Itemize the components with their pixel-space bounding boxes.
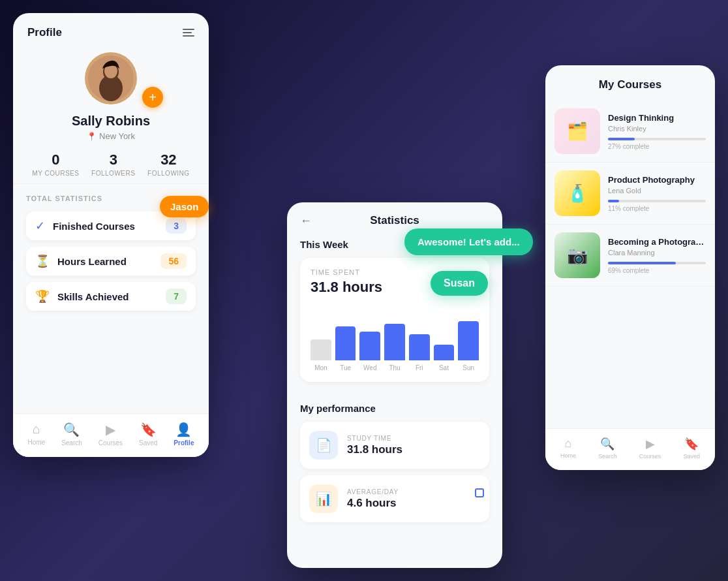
progress-fill <box>608 262 676 264</box>
hours-learned-row: ⏳ Hours Learned 56 <box>26 247 196 275</box>
finished-courses-badge: 3 <box>166 218 187 234</box>
cnav-home-label: Home <box>560 452 576 459</box>
bar-sat <box>434 345 455 360</box>
bar-sun <box>458 321 479 360</box>
cnav-courses[interactable]: ▶ Courses <box>639 437 661 460</box>
this-week-section: This Week TIME SPENT 31.8 hours Mon Tue … <box>287 239 502 392</box>
profile-header: Profile <box>13 13 209 46</box>
study-time-label: STUDY TIME <box>347 435 402 442</box>
cnav-search-icon: 🔍 <box>600 437 614 451</box>
home-icon: ⌂ <box>33 422 40 437</box>
profile-icon: 👤 <box>175 422 192 437</box>
bar-col-wed: Wed <box>359 308 380 371</box>
bar-wrap <box>359 308 380 360</box>
course-thumbnail: 📷 <box>554 232 600 278</box>
following-label: FOLLOWING <box>147 170 190 177</box>
course-item[interactable]: 🧴 Product Photography Lena Gold 11% comp… <box>545 163 715 225</box>
bar-day-label: Sun <box>463 364 474 371</box>
bar-wrap <box>409 308 430 360</box>
avg-day-card: 📊 AVERAGE/DAY 4.6 hours <box>300 475 489 522</box>
course-item[interactable]: 🗂️ Design Thinking Chris Kinley 27% comp… <box>545 101 715 163</box>
bar-col-sun: Sun <box>458 308 479 371</box>
course-info: Product Photography Lena Gold 11% comple… <box>608 175 706 212</box>
course-item[interactable]: 📷 Becoming a Photographer Clara Manning … <box>545 225 715 287</box>
add-button[interactable]: + <box>142 87 163 108</box>
avatar-wrap: + <box>13 52 209 104</box>
cnav-saved-icon: 🔖 <box>684 437 699 451</box>
timer-icon: ⏳ <box>35 254 50 268</box>
progress-fill <box>608 200 619 202</box>
susan-bubble: Susan <box>431 271 488 296</box>
nav-profile[interactable]: 👤 Profile <box>174 422 194 447</box>
courses-bottom-nav: ⌂ Home 🔍 Search ▶ Courses 🔖 Saved <box>545 428 715 470</box>
performance-title: My performance <box>300 403 489 414</box>
cnav-courses-label: Courses <box>639 453 661 460</box>
course-author: Lena Gold <box>608 187 706 195</box>
course-name: Design Thinking <box>608 113 706 123</box>
avg-day-label: AVERAGE/DAY <box>347 488 399 495</box>
statistics-title: Statistics <box>370 214 419 227</box>
bar-day-label: Tue <box>340 364 351 371</box>
bar-fri <box>409 334 430 360</box>
nav-saved[interactable]: 🔖 Saved <box>139 422 157 447</box>
bar-wrap <box>434 308 455 360</box>
course-thumbnail: 🧴 <box>554 170 600 216</box>
trophy-icon: 🏆 <box>35 289 50 304</box>
course-info: Becoming a Photographer Clara Manning 69… <box>608 237 706 274</box>
avg-day-icon: 📊 <box>309 484 338 513</box>
bar-day-label: Fri <box>416 364 423 371</box>
nav-courses[interactable]: ▶ Courses <box>99 422 123 447</box>
bottom-nav: ⌂ Home 🔍 Search ▶ Courses 🔖 Saved 👤 Prof… <box>13 413 209 457</box>
nav-search-label: Search <box>61 439 82 447</box>
cnav-search[interactable]: 🔍 Search <box>598 437 617 460</box>
progress-fill <box>608 138 635 140</box>
bar-day-label: Thu <box>389 364 400 371</box>
course-author: Chris Kinley <box>608 125 706 133</box>
bar-day-label: Wed <box>363 364 376 371</box>
course-name: Product Photography <box>608 175 706 185</box>
skills-achieved-label: Skills Achieved <box>57 291 129 302</box>
nav-home-label: Home <box>27 439 45 446</box>
saved-icon: 🔖 <box>140 422 157 437</box>
courses-title: My Courses <box>599 78 661 91</box>
filter-icon[interactable] <box>183 29 194 37</box>
followers-label: FOLLOWERS <box>91 170 135 177</box>
bar-tue <box>335 326 356 360</box>
bar-wrap <box>384 308 405 360</box>
cnav-search-label: Search <box>598 453 617 460</box>
bar-wrap <box>335 308 356 360</box>
checkmark-icon: ✓ <box>35 219 45 233</box>
user-name: Sally Robins <box>13 114 209 129</box>
nav-search[interactable]: 🔍 Search <box>61 422 82 447</box>
bar-day-label: Mon <box>314 364 327 371</box>
svg-point-2 <box>99 75 123 101</box>
progress-text: 11% complete <box>608 205 706 212</box>
bar-wrap <box>311 308 331 360</box>
bar-chart: Mon Tue Wed Thu Fri Sat <box>311 306 479 371</box>
bar-day-label: Sat <box>439 364 449 371</box>
followers-value: 3 <box>91 151 135 168</box>
awesome-bubble: Awesome! Let's add... <box>404 228 533 255</box>
bar-thu <box>384 324 405 360</box>
nav-courses-label: Courses <box>99 439 123 447</box>
bar-col-sat: Sat <box>434 308 455 371</box>
my-courses-value: 0 <box>32 151 79 168</box>
course-info: Design Thinking Chris Kinley 27% complet… <box>608 113 706 150</box>
stats-row: 0 MY COURSES 3 FOLLOWERS 32 FOLLOWING <box>13 141 209 184</box>
skills-achieved-badge: 7 <box>166 289 187 304</box>
study-time-value: 31.8 hours <box>347 443 402 456</box>
profile-panel-title: Profile <box>27 26 62 39</box>
connector-box <box>475 488 484 497</box>
bar-col-tue: Tue <box>335 308 356 371</box>
search-icon: 🔍 <box>63 422 80 437</box>
back-button[interactable]: ← <box>300 214 312 228</box>
hours-learned-label: Hours Learned <box>57 256 127 267</box>
following-value: 32 <box>147 151 190 168</box>
cnav-saved[interactable]: 🔖 Saved <box>683 437 700 460</box>
nav-home[interactable]: ⌂ Home <box>27 422 45 447</box>
progress-bar <box>608 262 706 264</box>
user-location: 📍 New York <box>13 131 209 141</box>
cnav-home[interactable]: ⌂ Home <box>560 437 576 460</box>
courses-header: My Courses <box>545 65 715 101</box>
bar-col-mon: Mon <box>311 308 331 371</box>
